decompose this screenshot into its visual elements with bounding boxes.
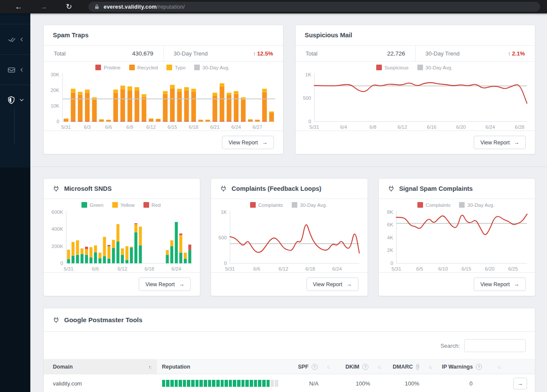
column-header-dmarc[interactable]: DMARC ? ↑↓ [387, 359, 436, 374]
card-title: Complaints (Feedback Loops) [231, 185, 321, 192]
sort-arrows-icon[interactable]: ↑↓ [327, 364, 330, 369]
legend-item: Yellow [112, 202, 135, 208]
svg-text:6/4: 6/4 [340, 124, 347, 130]
chart-legend: PristineRecycledTypo30-Day Avg. [46, 63, 279, 72]
microsoft-snds-card: Microsoft SNDS GreenYellowRed 0200K400K6… [43, 178, 200, 296]
arrow-right-icon: → [514, 139, 519, 146]
microsoft-snds-chart: 0200K400K600K5/316/66/126/186/24 [46, 209, 195, 272]
arrow-right-icon: → [262, 139, 267, 146]
column-header-dkim[interactable]: DKIM ? ↑↓ [339, 359, 387, 374]
card-title: Spam Traps [53, 32, 88, 39]
url-path: /reputation/ [157, 4, 185, 10]
domain-cell: validity.com [44, 380, 157, 387]
card-title: Microsoft SNDS [64, 185, 112, 192]
view-report-button[interactable]: View Report→ [306, 278, 358, 291]
svg-text:20K: 20K [51, 88, 60, 93]
svg-text:6/12: 6/12 [146, 124, 156, 130]
chevron-left-icon [20, 37, 23, 42]
svg-text:6/20: 6/20 [456, 124, 466, 130]
svg-text:6/28: 6/28 [515, 124, 524, 130]
view-report-button[interactable]: View Report→ [222, 136, 274, 149]
table-header: Domain ↑↓ Reputation SPF ? ↑↓ DKIM ? ↑ [44, 359, 535, 374]
shield-icon [7, 96, 16, 105]
total-value: 22,726 [387, 50, 405, 57]
column-header-spf[interactable]: SPF ? ↑↓ [289, 359, 338, 374]
sort-arrows-icon[interactable]: ↑↓ [378, 364, 381, 369]
trend-value: ↑2.1% [508, 50, 525, 57]
refresh-button[interactable]: ↻ [62, 1, 75, 13]
svg-text:0: 0 [224, 261, 227, 266]
help-circle-icon[interactable]: ? [476, 364, 482, 370]
sidebar-item-inbox[interactable] [0, 54, 30, 85]
complaints-chart: 05001K5/316/66/126/186/24 [214, 209, 363, 272]
svg-text:6/3: 6/3 [84, 124, 91, 130]
card-title: Suspicious Mail [305, 32, 352, 39]
plug-connector-icon [388, 185, 394, 192]
legend-item: 30-Day Avg. [459, 202, 494, 208]
chart-legend: Complaints30-Day Avg. [381, 200, 531, 209]
svg-text:8K: 8K [387, 209, 393, 215]
suspicious-mail-chart: 05001K5/316/46/86/126/166/206/246/28 [298, 72, 531, 131]
back-button[interactable]: ← [12, 1, 25, 13]
chart-legend: Complaints30-Day Avg. [214, 200, 363, 209]
svg-text:6/9: 6/9 [127, 124, 133, 130]
svg-text:1K: 1K [305, 72, 311, 77]
spf-cell: N/A [289, 380, 338, 387]
forward-button[interactable]: → [37, 1, 50, 13]
main-content: Spam Traps Total 430,679 30-Day Trend ↑1… [30, 13, 547, 392]
svg-text:1K: 1K [221, 209, 227, 215]
svg-text:6/18: 6/18 [306, 266, 315, 271]
svg-text:10K: 10K [51, 103, 60, 108]
lock-icon [94, 4, 100, 10]
svg-text:6K: 6K [387, 222, 393, 227]
google-postmaster-card: Google Postmaster Tools Search: Domain ↑… [43, 308, 535, 392]
sidebar-item-validation[interactable] [0, 24, 30, 54]
forward-arrow-icon: → [40, 3, 48, 11]
sidebar-lower-section [0, 167, 30, 392]
table-row[interactable]: validity.com N/A 100% 100% 0 → [44, 374, 535, 392]
plug-connector-icon [220, 185, 227, 192]
view-report-button[interactable]: View Report→ [474, 278, 526, 291]
help-circle-icon[interactable]: ? [312, 364, 318, 370]
svg-text:5/31: 5/31 [391, 266, 401, 271]
column-header-domain[interactable]: Domain ↑↓ [44, 359, 157, 374]
svg-text:5/31: 5/31 [64, 266, 73, 271]
view-report-button[interactable]: View Report→ [474, 136, 526, 149]
legend-item: Typo [166, 65, 186, 70]
svg-text:4K: 4K [387, 235, 393, 240]
column-header-ip-warnings[interactable]: IP Warnings ? ↑↓ [436, 359, 505, 374]
section-divider [30, 167, 547, 167]
svg-text:5/31: 5/31 [309, 124, 319, 130]
signal-spam-card: Signal Spam Complaints Complaints30-Day … [378, 178, 535, 296]
trend-up-icon: ↑ [253, 50, 256, 57]
svg-text:200K: 200K [52, 244, 63, 249]
help-circle-icon[interactable]: ? [416, 364, 420, 370]
sort-arrows-icon[interactable]: ↑↓ [149, 364, 152, 369]
svg-text:0: 0 [57, 119, 59, 124]
sort-arrows-icon[interactable]: ↑↓ [428, 364, 431, 369]
trend-value: ↑12.5% [253, 50, 273, 57]
plug-connector-icon [53, 317, 59, 323]
legend-item: Pristine [95, 65, 120, 70]
view-report-button[interactable]: View Report→ [139, 278, 191, 291]
spam-traps-chart: 010K20K30K5/316/36/66/96/126/156/186/216… [46, 72, 279, 131]
svg-text:6/15: 6/15 [168, 124, 177, 130]
svg-text:6/18: 6/18 [189, 124, 199, 130]
help-circle-icon[interactable]: ? [362, 364, 368, 370]
sidebar-item-reputation[interactable] [0, 85, 30, 115]
legend-item: 30-Day Avg. [194, 65, 229, 70]
url-bar[interactable]: everest.validity.com/reputation/ [88, 2, 540, 12]
svg-text:6/24: 6/24 [231, 124, 241, 130]
double-check-icon [7, 35, 16, 44]
svg-text:6/5: 6/5 [416, 266, 423, 271]
svg-text:6/16: 6/16 [427, 124, 436, 130]
svg-text:6/24: 6/24 [485, 124, 495, 130]
row-detail-button[interactable]: → [513, 378, 527, 389]
sort-arrows-icon[interactable]: ↑↓ [497, 364, 500, 369]
trend-label: 30-Day Trend [426, 50, 460, 57]
inbox-tray-icon [7, 65, 16, 74]
search-input[interactable] [464, 339, 526, 352]
svg-text:6/12: 6/12 [397, 124, 407, 130]
refresh-icon: ↻ [66, 2, 72, 11]
legend-item: 30-Day Avg. [292, 202, 327, 208]
